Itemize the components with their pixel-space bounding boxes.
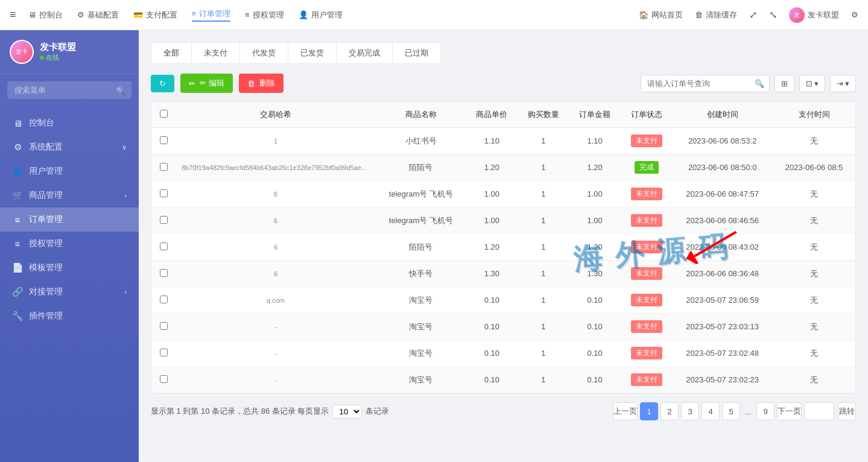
row-product: 淘宝号 [376, 287, 466, 314]
nav-item-dashboard[interactable]: 🖥 控制台 [28, 10, 63, 21]
row-checkbox[interactable] [160, 322, 168, 330]
next-page-button[interactable]: 下一页 [777, 402, 802, 420]
sidebar-item-system-config[interactable]: ⚙ 系统配置 ∨ [0, 135, 139, 159]
sidebar-item-order-manage[interactable]: ≡ 订单管理 [0, 207, 139, 232]
tab-complete[interactable]: 交易完成 [337, 43, 393, 63]
chevron-right-icon: › [124, 192, 127, 199]
col-checkbox [151, 102, 176, 128]
row-checkbox[interactable] [160, 269, 168, 277]
search-icon[interactable]: 🔍 [116, 86, 125, 95]
sidebar-item-template-manage[interactable]: 📄 模板管理 [0, 256, 139, 280]
select-all-checkbox[interactable] [160, 110, 168, 118]
status-badge: 未支付 [631, 294, 662, 306]
page-btn-3[interactable]: 3 [681, 402, 699, 420]
goto-button[interactable]: 跳转 [838, 402, 856, 420]
status-badge: 未支付 [631, 214, 662, 227]
nav-clear-cache[interactable]: 🗑 清除缓存 [695, 10, 737, 21]
row-created: 2023-06-06 08:36:48 [672, 261, 773, 287]
expand-icon: ⤢ [749, 9, 757, 21]
row-created: 2023-05-07 23:06:59 [672, 287, 773, 314]
row-status: 未支付 [621, 234, 672, 261]
row-status: 未支付 [621, 207, 672, 234]
nav-expand[interactable]: ⤢ [749, 9, 757, 21]
tab-all[interactable]: 全部 [151, 43, 192, 63]
row-checkbox[interactable] [160, 242, 168, 250]
prev-page-button[interactable]: 上一页 [613, 402, 638, 420]
menu-toggle-icon[interactable]: ≡ [10, 8, 16, 21]
col-amount: 订单金额 [569, 102, 620, 128]
sidebar-item-dashboard[interactable]: 🖥 控制台 [0, 111, 139, 135]
nav-item-auth-manage[interactable]: ≡ 授权管理 [245, 10, 284, 21]
goto-page-input[interactable] [804, 402, 834, 420]
row-checkbox-cell [151, 154, 176, 181]
view-table-button[interactable]: ⊞ [775, 75, 794, 92]
row-checkbox[interactable] [160, 375, 168, 383]
nav-item-pay-config[interactable]: 💳 支付配置 [133, 10, 177, 21]
row-checkbox[interactable] [160, 296, 168, 303]
sidebar-item-product-manage[interactable]: 🛒 商品管理 › [0, 183, 139, 207]
page-btn-1[interactable]: 1 [640, 402, 658, 420]
sidebar-item-user-manage[interactable]: 👤 用户管理 [0, 159, 139, 183]
page-size-select[interactable]: 10 20 50 [332, 405, 362, 419]
search-btn-icon[interactable]: 🔍 [750, 75, 769, 92]
row-hash: q.com [176, 287, 376, 314]
nav-user-avatar[interactable]: 发 发卡联盟 [789, 7, 839, 23]
row-checkbox[interactable] [160, 349, 168, 356]
page-btn-5[interactable]: 5 [722, 402, 740, 420]
col-product: 商品名称 [376, 102, 466, 128]
row-product: 陌陌号 [376, 154, 466, 181]
sidebar-item-plugin-manage[interactable]: 🔧 插件管理 [0, 304, 139, 328]
col-hash: 交易哈希 [176, 102, 376, 128]
order-search-box[interactable]: 🔍 [641, 75, 770, 92]
sidebar-item-auth-manage[interactable]: ≡ 授权管理 [0, 232, 139, 256]
row-hash: 1 [176, 128, 376, 154]
order-search-input[interactable] [641, 75, 750, 92]
edit-button[interactable]: ✏ ✏ 编辑 [180, 74, 233, 93]
sidebar-search[interactable]: 🔍 [7, 81, 131, 99]
status-badge: 未支付 [631, 320, 662, 333]
tab-shipped[interactable]: 已发货 [288, 43, 337, 63]
chevron-down-icon: ∨ [122, 144, 127, 151]
refresh-button[interactable]: ↻ [151, 75, 174, 92]
row-unit-price: 0.10 [466, 367, 518, 393]
nav-item-basic-config[interactable]: ⚙ 基础配置 [77, 10, 119, 21]
export-button[interactable]: ⇥ ▾ [830, 75, 856, 92]
settings-icon[interactable]: ⚙ [851, 10, 858, 19]
status-badge: 未支付 [631, 373, 662, 386]
dashboard-sidebar-icon: 🖥 [12, 118, 23, 128]
page-btn-9[interactable]: 9 [756, 402, 775, 420]
delete-button[interactable]: 🗑 删除 [239, 74, 284, 93]
export-icon: ⇥ [837, 79, 843, 88]
trash-icon: 🗑 [695, 10, 703, 19]
dashboard-icon: 🖥 [28, 10, 36, 19]
logo-inner: 发卡 [11, 41, 33, 63]
nav-item-order-manage[interactable]: ≡ 订单管理 [192, 8, 231, 22]
row-checkbox[interactable] [160, 216, 168, 224]
row-qty: 1 [518, 340, 569, 367]
page-btn-4[interactable]: 4 [702, 402, 720, 420]
top-nav: ≡ 🖥 控制台 ⚙ 基础配置 💳 支付配置 ≡ 订单管理 ≡ 授权管理 👤 用户… [0, 0, 868, 30]
row-checkbox[interactable] [160, 189, 168, 197]
row-unit-price: 0.10 [466, 287, 518, 314]
tab-unpaid[interactable]: 未支付 [192, 43, 240, 63]
sidebar-item-connect-manage[interactable]: 🔗 对接管理 › [0, 280, 139, 304]
nav-home[interactable]: 🏠 网站首页 [639, 10, 683, 21]
nav-fullscreen[interactable]: ⤡ [769, 9, 777, 21]
product-icon: 🛒 [12, 190, 23, 201]
grid-view-icon: ⊡ [806, 79, 813, 88]
row-checkbox[interactable] [160, 136, 168, 144]
row-paid: 无 [773, 207, 855, 234]
view-grid-button[interactable]: ⊡ ▾ [799, 75, 825, 92]
tab-expired[interactable]: 已过期 [393, 43, 440, 63]
row-checkbox[interactable] [160, 163, 168, 171]
sidebar-menu: 🖥 控制台 ⚙ 系统配置 ∨ 👤 用户管理 🛒 商品管理 › ≡ 订单管理 [0, 106, 139, 462]
row-checkbox-cell [151, 314, 176, 340]
page-btn-2[interactable]: 2 [661, 402, 679, 420]
row-status: 未支付 [621, 340, 672, 367]
search-input[interactable] [7, 81, 131, 99]
col-qty: 购买数量 [518, 102, 569, 128]
tab-shipping[interactable]: 代发货 [240, 43, 288, 63]
row-created: 2023-06-06 08:53:2 [672, 128, 773, 154]
row-paid: 无 [773, 128, 855, 154]
nav-item-user-manage[interactable]: 👤 用户管理 [299, 10, 343, 21]
